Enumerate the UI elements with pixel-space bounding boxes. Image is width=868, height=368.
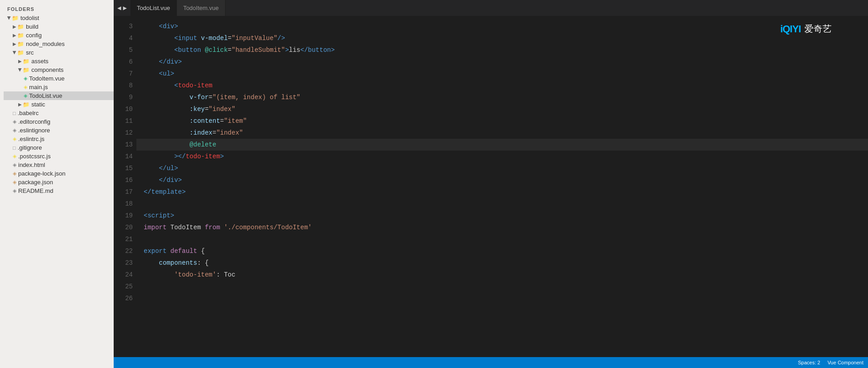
screen-wrapper: FOLDERS ▶ 📁 todolist ▶ 📁 build ▶ 📁 confi… — [0, 0, 868, 368]
code-line-16: </div> — [136, 174, 868, 186]
code-line-14: ></todo-item> — [136, 151, 868, 162]
code-line-12: :index="index" — [136, 127, 868, 139]
vue-icon: ◈ — [24, 93, 27, 99]
file-package-json[interactable]: ◈ package.json — [4, 178, 114, 187]
code-line-8: <todo-item — [136, 80, 868, 91]
file-icon: □ — [13, 111, 16, 116]
sidebar: FOLDERS ▶ 📁 todolist ▶ 📁 build ▶ 📁 confi… — [0, 0, 114, 368]
code-editor: 3 4 5 6 7 8 9 10 11 12 13 14 15 16 17 18… — [114, 16, 868, 357]
file-label: .babelrc — [18, 110, 39, 116]
editor-area: ◀ ▶ TodoList.vue TodoItem.vue 3 4 5 6 7 … — [114, 0, 868, 368]
folder-icon: 📁 — [12, 15, 19, 21]
code-line-23: components: { — [136, 257, 868, 269]
file-icon: ◈ — [13, 188, 16, 194]
file-label: README.md — [18, 187, 53, 194]
iqiyi-logo: iQIYI — [780, 23, 801, 35]
code-line-18 — [136, 198, 868, 210]
folder-components[interactable]: ▶ 📁 components — [4, 66, 114, 74]
code-line-19: <script> — [136, 210, 868, 222]
file-icon: ◈ — [13, 127, 16, 133]
file-label: .eslintrc.js — [18, 136, 45, 142]
folder-label: components — [31, 66, 64, 73]
chevron-icon: ▶ — [7, 16, 12, 20]
folder-build[interactable]: ▶ 📁 build — [4, 22, 114, 31]
folder-icon: 📁 — [17, 24, 24, 30]
file-label: TodoList.vue — [29, 92, 62, 99]
code-line-9: v-for="(item, index) of list" — [136, 91, 868, 103]
folder-node-modules[interactable]: ▶ 📁 node_modules — [4, 40, 114, 48]
code-line-11: :content="item" — [136, 115, 868, 127]
chevron-icon: ▶ — [18, 68, 23, 72]
folder-label: config — [26, 32, 42, 39]
chevron-icon: ▶ — [18, 102, 22, 107]
js-icon: ◈ — [13, 136, 16, 142]
file-main-js[interactable]: ◈ main.js — [4, 83, 114, 91]
line-numbers: 3 4 5 6 7 8 9 10 11 12 13 14 15 16 17 18… — [114, 16, 136, 357]
folder-label: todolist — [20, 15, 39, 21]
file-icon: ◈ — [13, 119, 16, 125]
folder-label: assets — [31, 58, 49, 65]
nav-arrows[interactable]: ◀ ▶ — [114, 0, 130, 16]
file-editorconfig[interactable]: ◈ .editorconfig — [4, 117, 114, 126]
tab-todoitem-vue[interactable]: TodoItem.vue — [177, 0, 226, 16]
file-eslintrc-js[interactable]: ◈ .eslintrc.js — [4, 135, 114, 143]
watermark: iQIYI 爱奇艺 — [780, 23, 832, 35]
folder-icon: 📁 — [23, 58, 30, 65]
file-label: index.html — [18, 161, 45, 168]
vue-icon: ◈ — [24, 76, 27, 81]
status-spaces: Spaces: 2 — [798, 360, 820, 365]
code-line-4: <input v-model="inputValue"/> — [136, 32, 868, 44]
status-bar: Spaces: 2 Vue Component — [114, 357, 868, 368]
folder-src[interactable]: ▶ 📁 src — [4, 48, 114, 57]
code-line-20: import TodoItem from './components/TodoI… — [136, 222, 868, 233]
file-todoitem-vue[interactable]: ◈ TodoItem.vue — [4, 74, 114, 83]
file-index-html[interactable]: ◈ index.html — [4, 161, 114, 169]
file-icon: □ — [13, 145, 16, 151]
status-type: Vue Component — [828, 360, 863, 365]
file-todolist-vue[interactable]: ◈ TodoList.vue — [4, 91, 114, 100]
chevron-icon: ▶ — [12, 51, 17, 55]
folder-static[interactable]: ▶ 📁 static — [4, 100, 114, 109]
file-gitignore[interactable]: □ .gitignore — [4, 143, 114, 152]
file-readme-md[interactable]: ◈ README.md — [4, 187, 114, 195]
tab-label: TodoItem.vue — [183, 5, 219, 11]
code-line-24: 'todo-item': Toc — [136, 269, 868, 281]
folder-label: src — [26, 49, 34, 56]
file-label: .gitignore — [18, 144, 42, 151]
chevron-icon: ▶ — [13, 41, 16, 46]
file-babelrc[interactable]: □ .babelrc — [4, 109, 114, 117]
file-eslintignore[interactable]: ◈ .eslintignore — [4, 126, 114, 135]
code-line-10: :key="index" — [136, 103, 868, 115]
folder-label: node_modules — [26, 40, 65, 47]
json-icon: ◈ — [13, 179, 16, 185]
folder-icon: 📁 — [23, 101, 30, 108]
code-line-15: </ul> — [136, 162, 868, 174]
tab-todolist-vue[interactable]: TodoList.vue — [130, 0, 177, 16]
code-content: <div> <input v-model="inputValue"/> <but… — [136, 16, 868, 357]
folder-icon: 📁 — [17, 41, 24, 47]
folder-tree: ▶ 📁 todolist ▶ 📁 build ▶ 📁 config ▶ 📁 no… — [0, 14, 114, 195]
file-package-lock-json[interactable]: ◈ package-lock.json — [4, 169, 114, 178]
code-line-22: export default { — [136, 245, 868, 257]
file-label: .editorconfig — [18, 118, 50, 125]
folder-todolist[interactable]: ▶ 📁 todolist — [4, 14, 114, 22]
folder-label: build — [26, 23, 38, 30]
folder-icon: 📁 — [23, 67, 30, 73]
chevron-icon: ▶ — [13, 24, 16, 29]
folder-config[interactable]: ▶ 📁 config — [4, 31, 114, 40]
file-label: .postcssrc.js — [18, 153, 51, 160]
folder-icon: 📁 — [17, 50, 24, 56]
file-icon: ◈ — [13, 162, 16, 168]
folder-label: static — [31, 101, 45, 108]
sidebar-title: FOLDERS — [0, 4, 114, 14]
code-line-17: </template> — [136, 186, 868, 198]
json-icon: ◈ — [13, 171, 16, 176]
code-line-5: <button @click="handleSubmit">lis</butto… — [136, 44, 868, 56]
nav-forward-icon[interactable]: ▶ — [123, 4, 126, 12]
js-icon: ◈ — [24, 84, 27, 90]
folder-assets[interactable]: ▶ 📁 assets — [4, 57, 114, 66]
file-label: package-lock.json — [18, 170, 65, 177]
tab-bar: ◀ ▶ TodoList.vue TodoItem.vue — [114, 0, 868, 16]
nav-back-icon[interactable]: ◀ — [117, 4, 121, 12]
file-postcssrc-js[interactable]: ◈ .postcssrc.js — [4, 152, 114, 161]
